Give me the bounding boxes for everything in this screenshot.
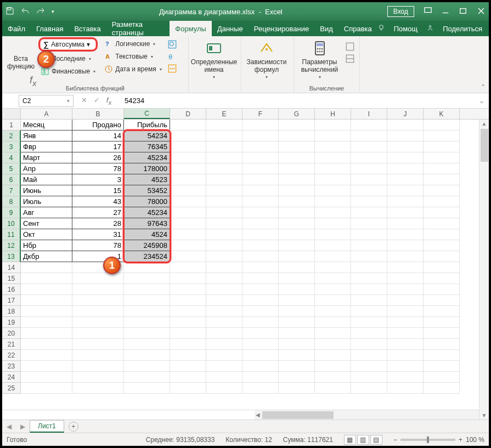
defined-names-button[interactable]: Определенные имена▾	[192, 38, 236, 81]
cell[interactable]	[206, 328, 242, 339]
scroll-thumb[interactable]	[481, 129, 488, 162]
cell[interactable]	[387, 273, 424, 284]
cell[interactable]	[242, 240, 279, 251]
calc-sheet-icon[interactable]	[345, 54, 355, 64]
cell[interactable]	[315, 240, 351, 251]
cell[interactable]	[170, 185, 206, 196]
cell[interactable]	[387, 141, 424, 152]
cell[interactable]	[315, 350, 351, 361]
cell[interactable]	[279, 240, 315, 251]
cell[interactable]	[170, 163, 206, 174]
cell[interactable]	[206, 163, 242, 174]
cell[interactable]	[387, 372, 424, 383]
cell[interactable]	[424, 273, 460, 284]
cell[interactable]	[315, 339, 351, 350]
cell[interactable]	[424, 141, 460, 152]
cell[interactable]	[351, 131, 387, 141]
cell[interactable]	[424, 174, 460, 185]
cell[interactable]	[315, 207, 351, 218]
cell[interactable]	[72, 350, 124, 361]
cell[interactable]: Продано	[72, 120, 124, 131]
datetime-button[interactable]: Дата и время▾	[102, 64, 163, 75]
cell[interactable]	[387, 131, 424, 141]
tab-layout[interactable]: Разметка страницы	[106, 21, 170, 36]
cell[interactable]	[387, 350, 424, 361]
cell[interactable]	[206, 120, 242, 131]
cell[interactable]	[351, 229, 387, 240]
cell[interactable]	[279, 361, 315, 372]
row-header[interactable]: 11	[2, 229, 21, 240]
cell[interactable]: 26	[72, 152, 124, 163]
cell[interactable]	[279, 185, 315, 196]
cell[interactable]	[279, 251, 315, 262]
cell[interactable]	[315, 141, 351, 152]
cell[interactable]: Янв	[21, 131, 72, 141]
column-header[interactable]: K	[424, 109, 460, 119]
lightbulb-icon[interactable]	[377, 24, 385, 33]
cell[interactable]	[315, 295, 351, 306]
row-header[interactable]: 4	[2, 152, 21, 163]
cell[interactable]	[206, 141, 242, 152]
cell[interactable]	[424, 251, 460, 262]
row-header[interactable]: 21	[2, 339, 21, 350]
cell[interactable]	[21, 350, 72, 361]
cell[interactable]	[351, 328, 387, 339]
cell[interactable]	[206, 174, 242, 185]
cell[interactable]	[170, 383, 206, 394]
cell[interactable]	[387, 284, 424, 295]
cell[interactable]	[242, 141, 279, 152]
cell[interactable]	[242, 218, 279, 229]
cell[interactable]	[424, 295, 460, 306]
cell[interactable]	[424, 196, 460, 207]
cell[interactable]	[315, 185, 351, 196]
tab-view[interactable]: Вид	[314, 21, 338, 36]
share-icon[interactable]	[426, 24, 434, 33]
sheet-tab[interactable]: Лист1	[30, 420, 64, 433]
cell[interactable]	[72, 306, 124, 317]
cell[interactable]	[424, 163, 460, 174]
scroll-up-icon[interactable]: ▲	[481, 120, 488, 128]
cell[interactable]	[170, 306, 206, 317]
cell[interactable]	[170, 350, 206, 361]
cell[interactable]	[21, 273, 72, 284]
text-button[interactable]: A Текстовые▾	[102, 51, 163, 62]
cell[interactable]	[351, 196, 387, 207]
cell[interactable]	[21, 328, 72, 339]
cell[interactable]	[170, 328, 206, 339]
column-header[interactable]: A	[21, 109, 72, 119]
cancel-formula-icon[interactable]: ✕	[81, 96, 87, 106]
cell[interactable]	[242, 372, 279, 383]
row-header[interactable]: 13	[2, 251, 21, 262]
cell[interactable]	[206, 262, 242, 273]
cell[interactable]	[242, 174, 279, 185]
cell[interactable]	[279, 141, 315, 152]
cell[interactable]	[351, 262, 387, 273]
cell[interactable]	[315, 251, 351, 262]
cell[interactable]	[242, 229, 279, 240]
cell[interactable]	[315, 218, 351, 229]
expand-formula-icon[interactable]: ⌄	[475, 97, 489, 105]
cell[interactable]	[315, 120, 351, 131]
cell[interactable]	[242, 251, 279, 262]
column-header[interactable]: H	[315, 109, 351, 119]
cell[interactable]	[387, 262, 424, 273]
cell[interactable]	[424, 339, 460, 350]
cell[interactable]	[170, 262, 206, 273]
cell[interactable]: 245908	[124, 240, 170, 251]
cell[interactable]: 76345	[124, 141, 170, 152]
column-header[interactable]: I	[351, 109, 387, 119]
scroll-thumb[interactable]	[262, 411, 334, 419]
view-break-icon[interactable]: ▤	[370, 435, 382, 445]
cell[interactable]	[242, 361, 279, 372]
zoom-out-icon[interactable]: −	[393, 436, 397, 444]
cell[interactable]	[279, 218, 315, 229]
cell[interactable]	[279, 339, 315, 350]
column-header[interactable]: F	[242, 109, 279, 119]
cell[interactable]	[315, 372, 351, 383]
tab-file[interactable]: Файл	[2, 21, 31, 36]
cell[interactable]	[21, 317, 72, 328]
cell[interactable]: Март	[21, 152, 72, 163]
name-box[interactable]: C2▾	[19, 95, 74, 107]
cell[interactable]	[242, 284, 279, 295]
cell[interactable]	[387, 174, 424, 185]
